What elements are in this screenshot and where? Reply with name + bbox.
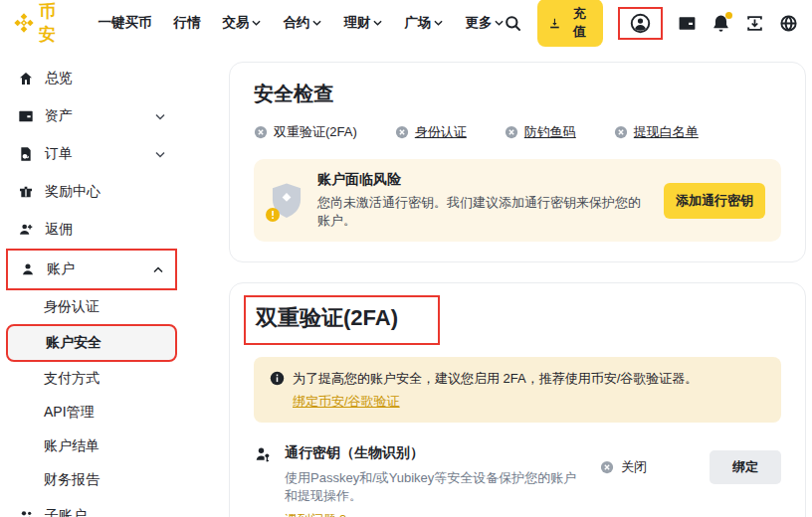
chevron-down-icon (373, 20, 382, 26)
security-check-card: 安全检查 双重验证(2FA) 身份认证 防钓鱼码 提现白名单 (229, 62, 806, 262)
alert-description: 您尚未激活通行密钥。我们建议添加通行密钥来保护您的账户。 (317, 194, 650, 230)
chevron-down-icon (434, 20, 443, 26)
add-passkey-button[interactable]: 添加通行密钥 (664, 183, 765, 219)
check-item-antiphishing[interactable]: 防钓鱼码 (505, 123, 576, 141)
sidebar-item-identification[interactable]: 身份认证 (6, 290, 177, 324)
user-icon (20, 261, 36, 277)
notifications-bell-icon[interactable] (711, 14, 730, 33)
sidebar-item-account-security[interactable]: 账户安全 (6, 324, 177, 362)
passkey-bind-button[interactable]: 绑定 (710, 450, 781, 484)
passkey-status: 关闭 (600, 458, 692, 476)
wallet-icon (18, 108, 34, 124)
circle-x-icon (600, 460, 614, 474)
nav-item-markets[interactable]: 行情 (173, 14, 200, 32)
nav-item-buy-crypto[interactable]: 一键买币 (98, 14, 151, 32)
sidebar-item-referral[interactable]: 返佣 (6, 211, 177, 249)
check-item-identity[interactable]: 身份认证 (395, 123, 467, 141)
deposit-button[interactable]: 充值 (537, 0, 603, 47)
chevron-down-icon (155, 151, 165, 158)
top-navbar: 币安 一键买币 行情 交易 合约 理财 广场 更多 充值 (0, 0, 812, 46)
sidebar-item-account-statement[interactable]: 账户结单 (6, 430, 177, 463)
annotation-box-profile (618, 7, 663, 40)
shield-warning-icon (270, 182, 304, 220)
home-icon (18, 71, 34, 86)
sidebar-item-rewards-hub[interactable]: 奖励中心 (6, 173, 177, 211)
subaccounts-icon (18, 508, 34, 517)
bind-authenticator-link[interactable]: 绑定币安/谷歌验证 (293, 393, 400, 411)
nav-item-trade[interactable]: 交易 (222, 14, 261, 32)
sidebar: 总览 资产 订单 奖励中心 返佣 账户 身份认证 账户安全 支付方式 API管理 (0, 46, 229, 517)
brand-name: 币安 (39, 0, 74, 46)
sidebar-item-orders[interactable]: 订单 (6, 135, 177, 173)
info-icon (270, 371, 285, 386)
chevron-up-icon (153, 266, 163, 273)
nav-item-futures[interactable]: 合约 (283, 14, 321, 32)
sidebar-item-account[interactable]: 账户 (6, 249, 177, 290)
chevron-down-icon (495, 20, 504, 26)
chevron-down-icon (155, 113, 165, 120)
security-check-title: 安全检查 (254, 81, 781, 107)
search-icon[interactable] (504, 14, 522, 33)
globe-icon[interactable] (779, 14, 798, 33)
circle-x-icon (395, 125, 409, 139)
download-app-icon[interactable] (745, 14, 764, 33)
passkey-icon (254, 445, 272, 463)
circle-x-icon (254, 125, 268, 139)
twofa-info-banner: 为了提高您的账户安全，建议您启用 2FA，推荐使用币安/谷歌验证器。 绑定币安/… (254, 357, 781, 423)
wallet-icon[interactable] (678, 14, 697, 33)
circle-x-icon (614, 125, 628, 139)
sidebar-item-financial-reports[interactable]: 财务报告 (6, 463, 177, 497)
chevron-down-icon (252, 20, 261, 26)
passkey-trouble-link[interactable]: 遇到问题？ (285, 511, 349, 517)
binance-logo[interactable]: 币安 (14, 0, 74, 46)
alert-title: 账户面临风险 (317, 171, 650, 189)
sidebar-item-api-management[interactable]: API管理 (6, 396, 177, 430)
sidebar-item-payment-methods[interactable]: 支付方式 (6, 362, 177, 396)
sidebar-item-overview[interactable]: 总览 (6, 60, 177, 97)
nav-item-square[interactable]: 广场 (404, 14, 443, 32)
referral-icon (18, 222, 34, 238)
nav-item-more[interactable]: 更多 (465, 14, 504, 32)
circle-x-icon (505, 125, 518, 139)
deposit-icon (548, 17, 561, 30)
twofa-title: 双重验证(2FA) (256, 303, 398, 333)
chevron-down-icon (312, 20, 321, 26)
profile-icon[interactable] (630, 13, 651, 34)
sidebar-item-assets[interactable]: 资产 (6, 97, 177, 135)
twofa-row-passkey: 通行密钥（生物识别） 使用Passkey和/或Yubikey等安全设备保护您的账… (254, 444, 781, 517)
twofa-info-text: 为了提高您的账户安全，建议您启用 2FA，推荐使用币安/谷歌验证器。 (293, 369, 698, 389)
account-risk-alert: 账户面临风险 您尚未激活通行密钥。我们建议添加通行密钥来保护您的账户。 添加通行… (254, 159, 781, 242)
main-content: 安全检查 双重验证(2FA) 身份认证 防钓鱼码 提现白名单 (229, 46, 812, 517)
main-nav: 一键买币 行情 交易 合约 理财 广场 更多 (98, 14, 504, 32)
sidebar-item-subaccounts[interactable]: 子账户 (6, 497, 177, 517)
check-item-withdrawal-whitelist[interactable]: 提现白名单 (614, 123, 699, 141)
passkey-title: 通行密钥（生物识别） (285, 444, 588, 462)
orders-icon (18, 146, 34, 162)
rewards-icon (18, 184, 34, 200)
notification-dot (725, 12, 732, 19)
annotation-box-2fa-title: 双重验证(2FA) (244, 295, 440, 345)
security-checklist: 双重验证(2FA) 身份认证 防钓鱼码 提现白名单 (254, 123, 781, 141)
passkey-description: 使用Passkey和/或Yubikey等安全设备保护您的账户和提现操作。 (285, 469, 588, 507)
binance-logo-icon (14, 13, 34, 33)
check-item-2fa[interactable]: 双重验证(2FA) (254, 123, 357, 141)
twofa-card: 双重验证(2FA) 为了提高您的账户安全，建议您启用 2FA，推荐使用币安/谷歌… (229, 282, 806, 517)
nav-item-earn[interactable]: 理财 (343, 14, 382, 32)
